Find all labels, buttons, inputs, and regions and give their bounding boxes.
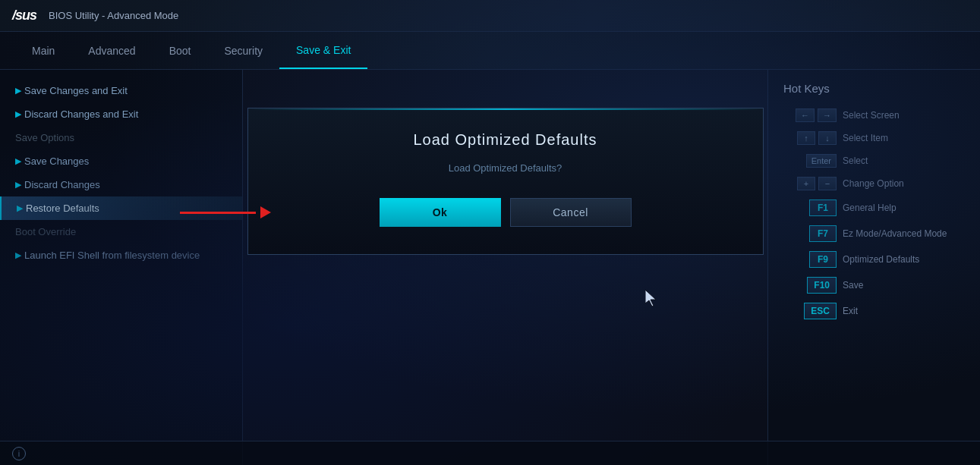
- key-f10: F10: [807, 277, 837, 294]
- asus-logo: /sus: [12, 8, 36, 24]
- hotkey-keys: F10: [783, 277, 837, 294]
- key-f1: F1: [809, 200, 837, 216]
- key-plus: +: [797, 177, 815, 190]
- key-f7: F7: [809, 225, 837, 242]
- hotkey-desc: Exit: [843, 306, 965, 316]
- hotkey-row-screen: ← → Select Screen: [783, 108, 965, 122]
- hotkey-row-f9: F9 Optimized Defaults: [783, 251, 965, 268]
- hotkey-keys: Enter: [783, 154, 837, 168]
- hotkey-row-f1: F1 General Help: [783, 200, 965, 216]
- key-left: ←: [796, 108, 815, 122]
- key-minus: −: [818, 177, 837, 190]
- hotkey-desc: Ez Mode/Advanced Mode: [843, 228, 965, 239]
- bottom-bar: i: [0, 441, 980, 465]
- hotkey-keys: F7: [783, 225, 837, 242]
- key-down: ↓: [818, 131, 837, 145]
- hotkey-keys: ← →: [783, 108, 837, 122]
- hotkey-desc: Optimized Defaults: [843, 254, 965, 265]
- hotkey-row-enter: Enter Select: [783, 154, 965, 168]
- key-up: ↑: [797, 131, 815, 145]
- nav-boot[interactable]: Boot: [153, 32, 208, 69]
- dialog-box: Load Optimized Defaults Load Optimized D…: [247, 108, 764, 255]
- arrow-icon: ▶: [15, 109, 21, 119]
- hotkey-desc: Select Item: [843, 133, 965, 143]
- key-esc: ESC: [804, 303, 837, 319]
- hotkey-desc: Select: [843, 156, 965, 166]
- nav-advanced[interactable]: Advanced: [71, 32, 152, 69]
- sidebar-item-save-changes-exit[interactable]: ▶ Save Changes and Exit: [0, 79, 242, 102]
- sidebar-label-save-options: Save Options: [0, 126, 242, 149]
- sidebar-item-save-changes[interactable]: ▶ Save Changes: [0, 149, 242, 173]
- dialog-title: Load Optimized Defaults: [279, 131, 733, 149]
- key-f9: F9: [809, 251, 837, 268]
- arrow-line: [180, 212, 256, 214]
- key-enter: Enter: [806, 154, 837, 168]
- arrow-head: [260, 206, 271, 218]
- hotkey-row-f10: F10 Save: [783, 277, 965, 294]
- hotkey-row-f7: F7 Ez Mode/Advanced Mode: [783, 225, 965, 242]
- dialog-buttons: Ok Cancel: [279, 198, 733, 227]
- sidebar-label-boot-override: Boot Override: [0, 220, 242, 243]
- hotkey-desc: Select Screen: [843, 110, 965, 121]
- sidebar-item-discard-changes[interactable]: ▶ Discard Changes: [0, 173, 242, 196]
- hotkey-keys: F9: [783, 251, 837, 268]
- nav-main[interactable]: Main: [15, 32, 71, 69]
- main-layout: ▶ Save Changes and Exit ▶ Discard Change…: [0, 70, 980, 465]
- nav-save-exit[interactable]: Save & Exit: [279, 32, 367, 69]
- header-title: BIOS Utility - Advanced Mode: [49, 10, 178, 21]
- arrow-icon: ▶: [15, 156, 21, 166]
- sidebar: ▶ Save Changes and Exit ▶ Discard Change…: [0, 70, 243, 465]
- hotkey-row-item: ↑ ↓ Select Item: [783, 131, 965, 145]
- center-content: Load Optimized Defaults Load Optimized D…: [243, 70, 767, 465]
- ok-button[interactable]: Ok: [380, 198, 501, 227]
- arrow-annotation: [180, 206, 271, 218]
- sidebar-item-discard-changes-exit[interactable]: ▶ Discard Changes and Exit: [0, 102, 242, 126]
- nav-security[interactable]: Security: [207, 32, 279, 69]
- hotkey-row-esc: ESC Exit: [783, 303, 965, 319]
- cursor: [645, 290, 659, 309]
- arrow-icon: ▶: [15, 250, 21, 260]
- sidebar-item-launch-efi-shell[interactable]: ▶ Launch EFI Shell from filesystem devic…: [0, 243, 242, 267]
- hotkey-row-option: + − Change Option: [783, 177, 965, 190]
- hotkey-keys: ESC: [783, 303, 837, 319]
- hotkey-keys: ↑ ↓: [783, 131, 837, 145]
- hotkey-keys: + −: [783, 177, 837, 190]
- hotkey-desc: General Help: [843, 203, 965, 213]
- svg-marker-0: [645, 290, 656, 306]
- hotkey-desc: Change Option: [843, 178, 965, 189]
- right-panel: Hot Keys ← → Select Screen ↑ ↓ Select It…: [767, 70, 980, 465]
- navbar: Main Advanced Boot Security Save & Exit: [0, 32, 980, 70]
- arrow-icon: ▶: [17, 203, 23, 213]
- cancel-button[interactable]: Cancel: [510, 198, 632, 227]
- header: /sus BIOS Utility - Advanced Mode: [0, 0, 980, 32]
- hotkeys-title: Hot Keys: [783, 82, 965, 95]
- dialog-message: Load Optimized Defaults?: [279, 162, 733, 174]
- arrow-icon: ▶: [15, 86, 21, 96]
- hotkey-keys: F1: [783, 200, 837, 216]
- key-right: →: [818, 108, 837, 122]
- hotkey-desc: Save: [843, 280, 965, 291]
- arrow-icon: ▶: [15, 180, 21, 190]
- info-icon[interactable]: i: [12, 447, 26, 460]
